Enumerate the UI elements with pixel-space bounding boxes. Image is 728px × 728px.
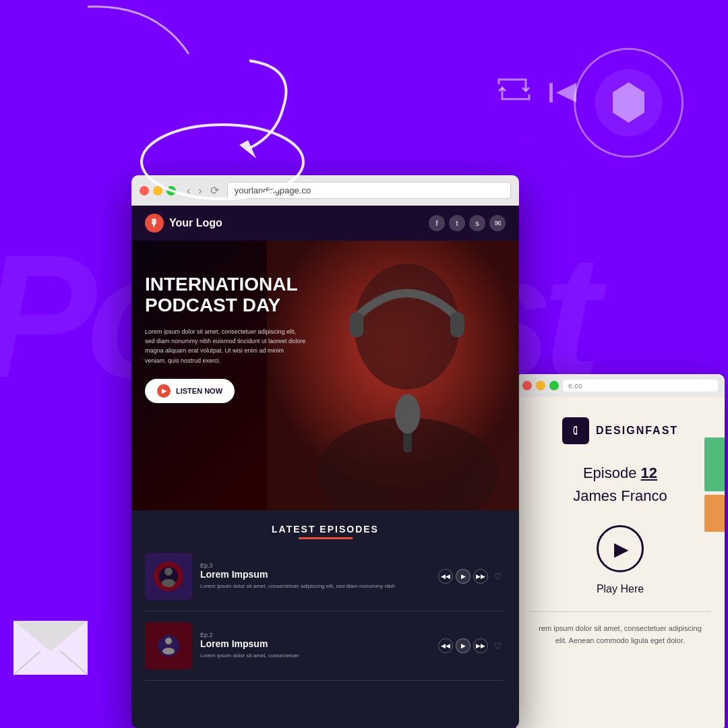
divider <box>529 611 711 612</box>
like-button-2[interactable]: ♡ <box>491 638 506 653</box>
spotify-icon[interactable]: s <box>469 215 485 231</box>
episode-label: Episode 12 <box>583 464 657 481</box>
episode-number-display: 12 <box>641 464 657 481</box>
hero-section: INTERNATIONAL PODCAST DAY Lorem ipsum do… <box>131 241 519 510</box>
episode-info-display: Episode 12 <box>583 464 657 482</box>
title-underline <box>299 537 353 539</box>
svg-point-26 <box>165 638 172 644</box>
podcast-description: rem ipsum dolor sit amet, consectetuer a… <box>536 623 704 646</box>
guest-name: James Franco <box>573 487 667 505</box>
episode-desc-1: Lorem ipsum dolor sit amet, consectetuer… <box>200 582 430 590</box>
circle-decoration <box>570 44 688 164</box>
episode-title-1: Lorem Impsum <box>200 569 430 580</box>
repeat-icon <box>495 74 533 107</box>
svg-rect-29 <box>704 495 725 532</box>
email-icon[interactable]: ✉ <box>489 215 506 231</box>
svg-rect-2 <box>549 83 553 102</box>
play-button-large[interactable]: ▶ <box>597 525 644 572</box>
hero-content: INTERNATIONAL PODCAST DAY Lorem ipsum do… <box>131 241 519 417</box>
episode-number-1: Ep.3 <box>200 562 430 569</box>
player-maximize-button[interactable] <box>549 381 559 390</box>
brush-decoration <box>664 437 725 535</box>
forward-button-1[interactable]: ▶▶ <box>473 569 488 584</box>
episode-item-2: Ep.2 Lorem Impsum Lorem ipsum dolor sit … <box>145 622 506 681</box>
episode-item: Ep.3 Lorem Impsum Lorem ipsum dolor sit … <box>145 553 506 611</box>
podcast-card: D DESIGNFAST Episode 12 James Franco ▶ P… <box>516 397 725 728</box>
episodes-section: LATEST EPISODES Ep.3 Lorem Impsum Lorem … <box>131 510 519 705</box>
episode-controls-1: ◀◀ ▶ ▶▶ ♡ <box>438 569 506 584</box>
player-minimize-button[interactable] <box>536 381 545 390</box>
social-icons: f t s ✉ <box>429 215 506 231</box>
logo-area: 🎙 Your Logo <box>145 214 222 233</box>
play-icon-small: ▶ <box>157 384 171 398</box>
svg-point-22 <box>162 579 175 587</box>
episode-title-2: Lorem Impsum <box>200 638 430 649</box>
play-triangle-icon: ▶ <box>614 538 629 560</box>
hero-title: INTERNATIONAL PODCAST DAY <box>145 274 506 316</box>
episode-thumbnail-1 <box>145 553 192 600</box>
podcast-player-window: e.co D DESIGNFAST Episode 12 James Franc… <box>516 374 725 728</box>
play-here-label: Play Here <box>597 583 644 595</box>
twitter-icon[interactable]: t <box>449 215 465 231</box>
player-address-bar[interactable]: e.co <box>563 380 718 392</box>
brand-name: DESIGNFAST <box>596 425 678 437</box>
rewind-button-1[interactable]: ◀◀ <box>438 569 453 584</box>
episode-number-2: Ep.2 <box>200 632 430 638</box>
play-button-2[interactable]: ▶ <box>456 638 471 653</box>
player-close-button[interactable] <box>522 381 532 390</box>
arrow-annotation <box>115 40 317 209</box>
svg-point-21 <box>164 568 173 576</box>
episode-desc-2: Lorem ipsum dolor sit amet, consectetuer <box>200 652 430 659</box>
episode-controls-2: ◀◀ ▶ ▶▶ ♡ <box>438 638 506 653</box>
episodes-title: LATEST EPISODES <box>145 524 506 535</box>
website-header: 🎙 Your Logo f t s ✉ <box>131 206 519 241</box>
player-browser-toolbar: e.co <box>516 374 725 397</box>
forward-button-2[interactable]: ▶▶ <box>473 638 488 653</box>
logo-icon: 🎙 <box>145 214 164 233</box>
play-button-1[interactable]: ▶ <box>456 569 471 584</box>
envelope-decoration <box>7 614 94 691</box>
podcast-brand: D DESIGNFAST <box>562 417 678 444</box>
brand-logo: D <box>562 417 589 444</box>
facebook-icon[interactable]: f <box>429 215 445 231</box>
rewind-button-2[interactable]: ◀◀ <box>438 638 453 653</box>
episode-info-1: Ep.3 Lorem Impsum Lorem ipsum dolor sit … <box>200 562 430 590</box>
episode-info-2: Ep.2 Lorem Impsum Lorem ipsum dolor sit … <box>200 632 430 659</box>
svg-rect-28 <box>704 437 725 491</box>
player-window-controls <box>522 381 559 390</box>
svg-point-27 <box>162 648 175 655</box>
logo-text: Your Logo <box>169 217 222 229</box>
svg-marker-1 <box>239 140 256 158</box>
listen-now-button[interactable]: ▶ LISTEN NOW <box>145 379 235 403</box>
episode-thumbnail-2 <box>145 622 192 669</box>
hero-description: Lorem ipsum dolor sit amet, consectetuer… <box>145 327 307 366</box>
like-button-1[interactable]: ♡ <box>491 569 506 584</box>
main-browser-window: ‹ › ⟳ yourlandingpage.co 🎙 Your Logo f t… <box>131 175 519 728</box>
brand-d-letter: D <box>574 424 578 438</box>
svg-point-0 <box>142 125 303 199</box>
